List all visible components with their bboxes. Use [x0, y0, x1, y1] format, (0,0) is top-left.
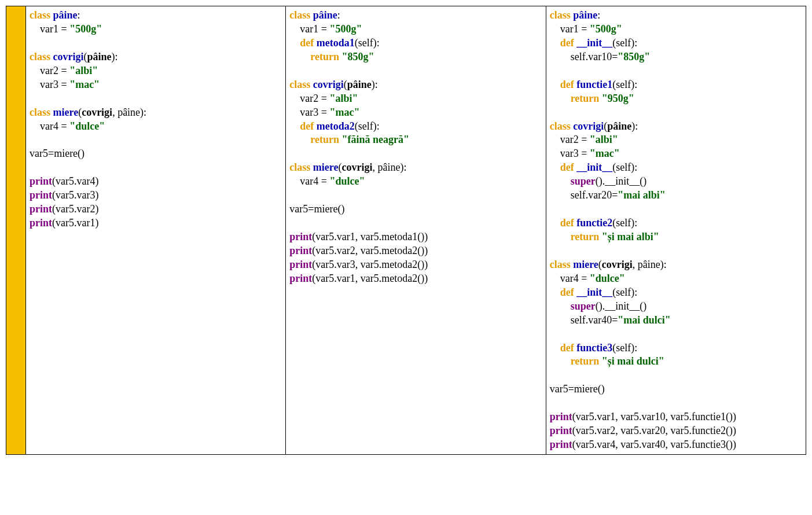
code-cell-3: class pâine: var1 = "500g" def __init__(… — [546, 6, 806, 455]
code-block-2: class pâine: var1 = "500g" def metoda1(s… — [289, 9, 542, 286]
code-cell-1: class pâine: var1 = "500g" class covrigi… — [26, 6, 286, 455]
code-block-1: class pâine: var1 = "500g" class covrigi… — [30, 9, 282, 230]
code-comparison-table: class pâine: var1 = "500g" class covrigi… — [6, 6, 806, 455]
code-cell-2: class pâine: var1 = "500g" def metoda1(s… — [286, 6, 546, 455]
row-handle — [6, 6, 26, 455]
code-block-3: class pâine: var1 = "500g" def __init__(… — [550, 9, 802, 452]
